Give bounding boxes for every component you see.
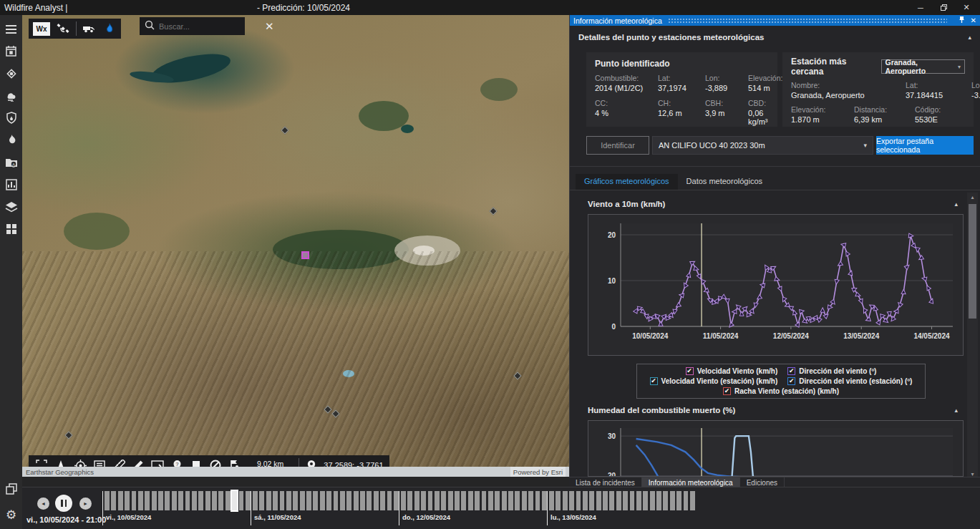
timeline-tick[interactable]: [218, 491, 223, 510]
weather-icon[interactable]: [0, 84, 22, 107]
timeline-tick[interactable]: [441, 491, 446, 510]
wind-chart-header[interactable]: Viento a 10m (km/h) ▴: [570, 193, 968, 214]
timeline-tick[interactable]: [488, 491, 493, 510]
collapse-icon[interactable]: ▴: [954, 407, 958, 414]
timeline-tick[interactable]: [589, 491, 594, 510]
timeline-tick[interactable]: [118, 491, 123, 510]
restore-icon[interactable]: [937, 2, 950, 14]
tab-datos-meteorologicos[interactable]: Datos meteorológicos: [678, 174, 771, 190]
timeline-tick[interactable]: [198, 491, 203, 510]
timeline-tick[interactable]: [387, 491, 392, 510]
pin-icon[interactable]: [959, 16, 965, 25]
layers-icon[interactable]: [0, 195, 22, 218]
minimize-icon[interactable]: ─: [914, 2, 927, 14]
timeline-tick[interactable]: [435, 491, 440, 510]
timeline-tick[interactable]: [259, 491, 264, 510]
timeline-tick[interactable]: [636, 491, 641, 510]
legend-checkbox[interactable]: ✔: [650, 377, 658, 385]
timeline-tick[interactable]: [374, 491, 379, 510]
collapse-icon[interactable]: ▴: [968, 34, 971, 41]
timeline-tick[interactable]: [172, 491, 177, 510]
pause-button[interactable]: [55, 495, 72, 512]
timeline-day[interactable]: sá., 11/05/2024: [251, 491, 399, 525]
timeline-tick[interactable]: [630, 491, 635, 510]
timeline-tick[interactable]: [663, 491, 668, 510]
timeline-tick[interactable]: [346, 491, 351, 510]
wx-button[interactable]: Wx: [33, 22, 50, 36]
timeline-tick[interactable]: [542, 491, 547, 510]
timeline-track[interactable]: vi., 10/05/2024sá., 11/05/2024do., 12/05…: [102, 491, 695, 525]
legend-checkbox[interactable]: ✔: [787, 367, 795, 375]
map-marker-diamond[interactable]: [281, 126, 288, 134]
timeline-tick[interactable]: [690, 491, 695, 510]
legend-checkbox[interactable]: ✔: [686, 367, 694, 375]
timeline-tick[interactable]: [401, 491, 406, 510]
tab-lista-de-incidentes[interactable]: Lista de incidentes: [569, 477, 642, 487]
fire-incident-icon[interactable]: [0, 62, 22, 84]
timeline-tick[interactable]: [185, 491, 190, 510]
timeline-tick[interactable]: [583, 491, 588, 510]
timeline-tick[interactable]: [105, 491, 110, 510]
shield-fire-icon[interactable]: [0, 107, 22, 129]
timeline-day[interactable]: vi., 10/05/2024: [102, 491, 251, 525]
timeline-tick[interactable]: [609, 491, 614, 510]
timeline-tick[interactable]: [515, 491, 520, 510]
map-canvas[interactable]: Wx ✕ ?: [22, 15, 569, 477]
timeline-tick[interactable]: [556, 491, 561, 510]
timeline-tick[interactable]: [205, 491, 210, 510]
timeline-tick[interactable]: [563, 491, 568, 510]
timeline-tick[interactable]: [528, 491, 533, 510]
timeline-tick[interactable]: [495, 491, 500, 510]
timeline-tick[interactable]: [569, 491, 574, 510]
search-input[interactable]: [159, 22, 261, 31]
timeline-tick[interactable]: [468, 491, 473, 510]
timeline-tick[interactable]: [603, 491, 608, 510]
timeline-tick[interactable]: [684, 491, 689, 510]
timeline-tick[interactable]: [132, 491, 137, 510]
satellite-icon[interactable]: [56, 21, 70, 36]
timeline-tick[interactable]: [306, 491, 311, 510]
timeline-tick[interactable]: [676, 491, 681, 510]
details-section-header[interactable]: Detalles del punto y estaciones meteorol…: [570, 26, 980, 46]
timeline-tick[interactable]: [380, 491, 385, 510]
timeline-tick[interactable]: [407, 491, 412, 510]
timeline-tick[interactable]: [508, 491, 513, 510]
timeline-day[interactable]: lu., 13/05/2024: [547, 491, 695, 525]
scroll-up-icon[interactable]: ▴: [967, 193, 978, 202]
scrollbar-thumb[interactable]: [969, 204, 976, 319]
timeline-tick[interactable]: [334, 491, 339, 510]
timeline-tick[interactable]: [138, 491, 143, 510]
timeline-tick[interactable]: [428, 491, 433, 510]
timeline-tick[interactable]: [158, 491, 163, 510]
timeline-tick[interactable]: [225, 491, 231, 510]
timeline-tick[interactable]: [253, 491, 258, 510]
timeline-tick[interactable]: [212, 491, 217, 510]
timeline-tick[interactable]: [461, 491, 466, 510]
windows-icon[interactable]: [0, 477, 22, 500]
calendar-icon[interactable]: [0, 40, 22, 62]
timeline-tick[interactable]: [535, 491, 540, 510]
collapse-icon[interactable]: ▴: [954, 200, 958, 208]
timeline-tick[interactable]: [414, 491, 419, 510]
timeline-current-position[interactable]: [232, 491, 237, 510]
timeline-tick[interactable]: [300, 491, 305, 510]
tab-graficos-meteorologicos[interactable]: Gráficos meteorológicos: [576, 174, 678, 190]
panel-title-bar[interactable]: Información meteorológica ✕: [570, 15, 980, 26]
timeline-tick[interactable]: [623, 491, 628, 510]
timeline-tick[interactable]: [670, 491, 675, 510]
close-icon[interactable]: ✕: [960, 2, 973, 14]
media-folder-icon[interactable]: A: [0, 151, 22, 173]
flame-icon[interactable]: [0, 129, 22, 151]
timeline-tick[interactable]: [576, 491, 581, 510]
timeline-tick[interactable]: [360, 491, 365, 510]
panel-scrollbar[interactable]: ▴ ▾: [967, 193, 978, 479]
timeline-tick[interactable]: [239, 491, 244, 510]
truck-icon[interactable]: [82, 21, 97, 36]
tab-ediciones[interactable]: Ediciones: [740, 477, 785, 487]
search-close-icon[interactable]: ✕: [265, 21, 274, 31]
timeline-tick[interactable]: [455, 491, 460, 510]
timeline-tick[interactable]: [616, 491, 621, 510]
step-forward-button[interactable]: ►: [79, 498, 92, 510]
timeline-tick[interactable]: [280, 491, 285, 510]
step-back-button[interactable]: ◄: [37, 498, 49, 510]
